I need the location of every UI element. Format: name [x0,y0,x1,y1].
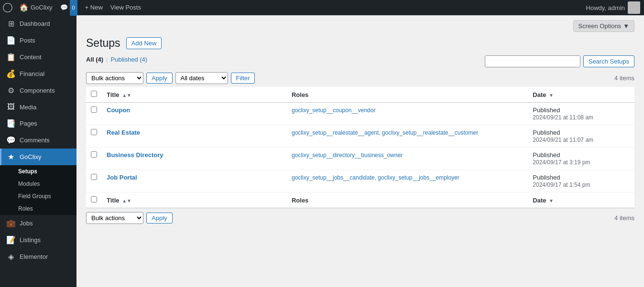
row-roles-cell: goclixy_setup__realestate__agent, goclix… [287,125,528,148]
sidebar-item-label: Elementor [20,253,48,260]
table-row: Real Estate goclixy_setup__realestate__a… [86,125,634,148]
view-posts-label: View Posts [110,0,141,15]
row-checkbox[interactable] [91,106,97,113]
filter-all[interactable]: All (4) [86,56,103,63]
comments-bar-item[interactable]: 💬 0 [56,0,81,16]
col-checkbox-header [86,87,102,103]
table-row: Coupon goclixy_setup__coupon__vendor Pub… [86,103,634,125]
howdy-label: Howdy, admin [586,4,625,11]
add-new-button[interactable]: Add New [126,37,162,49]
filter-published[interactable]: Published (4) [111,56,148,63]
sidebar-menu: ⊞ Dashboard 📄 Posts 📋 Content 💰 Financia… [0,15,76,265]
screen-options-label: Screen Options [579,22,622,30]
sidebar-item-dashboard[interactable]: ⊞ Dashboard [0,15,76,32]
listings-icon: 📝 [6,235,16,244]
pages-icon: 📑 [6,119,16,128]
jobs-icon: 💼 [6,219,16,228]
row-title-cell: Coupon [102,103,287,125]
filter-button[interactable]: Filter [231,73,255,84]
bar-items: 🏠 GoClixy 💬 0 + New View Posts Howdy, ad… [15,0,644,16]
site-name-label: GoClixy [31,0,53,15]
row-title-cell: Real Estate [102,125,287,148]
col-roles-footer: Roles [287,192,528,208]
sidebar-sub-menu: Setups Modules Field Groups Roles [0,165,76,215]
financial-icon: 💰 [6,69,16,78]
sidebar-item-label: Listings [20,236,41,244]
row-date-cell: Published 2024/09/17 at 1:54 pm [528,170,634,192]
row-roles-cell: goclixy_setup__jobs__candidate, goclixy_… [287,170,528,192]
screen-options-button[interactable]: Screen Options ▼ [573,20,634,32]
view-posts-bar-item[interactable]: View Posts [107,0,145,15]
sidebar-item-financial[interactable]: 💰 Financial [0,65,76,82]
bulk-actions-select-bottom[interactable]: Bulk actions [86,212,143,224]
select-all-checkbox-bottom[interactable] [91,196,97,202]
sidebar-sub-item-roles[interactable]: Roles [0,202,76,215]
sort-icon: ▲▼ [122,93,131,98]
goclixy-icon: ★ [6,152,16,161]
sidebar-item-goclixy[interactable]: ★ GoClixy [0,149,76,165]
sidebar-item-comments[interactable]: 💬 Comments [0,132,76,149]
sidebar-item-label: Dashboard [20,20,50,27]
row-date: 2024/09/17 at 3:19 pm [533,159,590,166]
bulk-actions-select-top[interactable]: Bulk actions [86,72,143,84]
media-icon: 🖼 [6,103,16,111]
table-foot: Title ▲▼ Roles Date ▼ [86,192,634,208]
sort-icon-date: ▼ [549,93,554,98]
col-date-footer[interactable]: Date ▼ [528,192,634,208]
sidebar-item-elementor[interactable]: ◈ Elementor [0,248,76,265]
sidebar-item-jobs[interactable]: 💼 Jobs [0,215,76,232]
row-checkbox-cell [86,170,102,192]
search-setups-button[interactable]: Search Setups [583,55,634,67]
sidebar-item-media[interactable]: 🖼 Media [0,99,76,115]
sidebar-item-pages[interactable]: 📑 Pages [0,115,76,132]
sidebar-sub-item-setups[interactable]: Setups [0,165,76,178]
top-toolbar: Bulk actions Apply All dates Filter 4 it… [86,72,634,84]
col-date-header[interactable]: Date ▼ [528,87,634,103]
sidebar-item-content[interactable]: 📋 Content [0,49,76,65]
row-date-cell: Published 2024/09/17 at 3:19 pm [528,148,634,170]
page-header: Setups Add New [86,37,634,50]
row-roles: goclixy_setup__jobs__candidate, goclixy_… [292,174,459,181]
filter-separator: | [106,56,108,63]
new-label: + New [85,0,103,15]
page-title: Setups [86,37,120,50]
new-bar-item[interactable]: + New [81,0,107,15]
row-checkbox[interactable] [91,174,97,180]
dashboard-icon: ⊞ [6,19,16,28]
col-title-header[interactable]: Title ▲▼ [102,87,287,103]
row-roles: goclixy_setup__realestate__agent, goclix… [292,129,478,136]
sidebar-sub-item-modules[interactable]: Modules [0,178,76,190]
apply-button-bottom[interactable]: Apply [146,213,173,223]
apply-button-top[interactable]: Apply [146,73,173,84]
row-date-cell: Published 2024/09/21 at 11:07 am [528,125,634,148]
filter-search-row: All (4) | Published (4) Search Setups [86,55,634,67]
row-status: Published [533,106,560,114]
search-input[interactable] [485,55,580,67]
sort-icon-footer: ▲▼ [122,198,131,203]
sidebar-item-label: GoClixy [20,153,42,160]
bottom-toolbar: Bulk actions Apply 4 items [86,212,634,224]
components-icon: ⚙ [6,86,16,95]
row-title-link[interactable]: Job Portal [107,174,137,181]
row-date: 2024/09/21 at 11:07 am [533,137,593,143]
elementor-icon: ◈ [6,252,16,261]
wp-logo[interactable] [0,0,15,15]
sidebar-item-components[interactable]: ⚙ Components [0,82,76,99]
col-title-footer[interactable]: Title ▲▼ [102,192,287,208]
row-checkbox[interactable] [91,129,97,135]
sidebar-item-listings[interactable]: 📝 Listings [0,232,76,248]
row-title-link[interactable]: Business Directory [107,151,164,159]
row-roles-cell: goclixy_setup__directory__business_owner [287,148,528,170]
sidebar-item-posts[interactable]: 📄 Posts [0,32,76,49]
row-checkbox[interactable] [91,151,97,158]
sort-icon-date-footer: ▼ [549,198,554,203]
row-title-link[interactable]: Real Estate [107,129,140,136]
site-name-bar[interactable]: 🏠 GoClixy [15,0,56,15]
row-title-link[interactable]: Coupon [107,106,130,114]
avatar [628,1,640,14]
sidebar-sub-item-field-groups[interactable]: Field Groups [0,190,76,202]
select-all-checkbox-top[interactable] [91,91,97,97]
dates-select[interactable]: All dates [175,72,228,84]
sidebar-item-label: Financial [20,70,44,77]
sidebar-item-label: Posts [20,37,35,44]
